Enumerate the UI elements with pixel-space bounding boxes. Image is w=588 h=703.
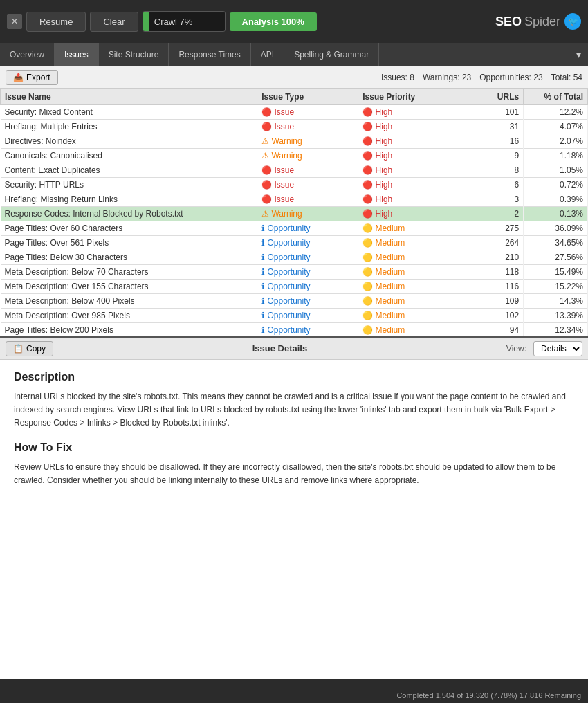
table-row[interactable]: Hreflang: Multiple Entries🔴 Issue🔴 High3… — [1, 120, 588, 134]
cell-pct: 1.18% — [524, 149, 588, 163]
cell-issue-type: ⚠ Warning — [257, 207, 358, 221]
cell-issue-name: Security: HTTP URLs — [1, 178, 257, 192]
table-row[interactable]: Directives: Noindex⚠ Warning🔴 High162.07… — [1, 134, 588, 149]
cell-issue-priority: 🟡 Medium — [358, 309, 459, 323]
tabs-dropdown[interactable]: ▾ — [569, 49, 588, 60]
table-row[interactable]: Response Codes: Internal Blocked by Robo… — [1, 207, 588, 221]
cell-issue-name: Content: Exact Duplicates — [1, 163, 257, 178]
cell-pct: 1.05% — [524, 163, 588, 178]
view-select[interactable]: Details — [533, 341, 582, 356]
table-row[interactable]: Page Titles: Over 60 Charactersℹ Opportu… — [1, 221, 588, 236]
cell-urls: 264 — [459, 236, 524, 250]
cell-issue-priority: 🔴 High — [358, 192, 459, 207]
cell-urls: 118 — [459, 265, 524, 280]
bottom-toolbar: 📋 Copy Issue Details View: Details — [0, 338, 588, 360]
cell-issue-name: Meta Description: Below 400 Pixels — [1, 294, 257, 309]
col-header-priority: Issue Priority — [358, 89, 459, 105]
cell-issue-priority: 🟡 Medium — [358, 221, 459, 236]
table-header-row: Issue Name Issue Type Issue Priority URL… — [1, 89, 588, 105]
cell-issue-name: Page Titles: Over 561 Pixels — [1, 236, 257, 250]
table-row[interactable]: Content: Exact Duplicates🔴 Issue🔴 High81… — [1, 163, 588, 178]
cell-issue-type: ℹ Opportunity — [257, 294, 358, 309]
logo-seo: SEO — [495, 15, 522, 29]
table-row[interactable]: Page Titles: Below 200 Pixelsℹ Opportuni… — [1, 323, 588, 338]
logo: SEO Spider — [495, 15, 560, 29]
cell-issue-type: 🔴 Issue — [257, 163, 358, 178]
copy-icon: 📋 — [13, 344, 24, 354]
cell-issue-name: Meta Description: Over 155 Characters — [1, 280, 257, 294]
analysis-button[interactable]: Analysis 100% — [230, 12, 317, 31]
col-header-urls: URLs — [459, 89, 524, 105]
resume-button[interactable]: Resume — [26, 12, 86, 32]
cell-issue-type: ℹ Opportunity — [257, 309, 358, 323]
table-row[interactable]: Meta Description: Below 400 Pixelsℹ Oppo… — [1, 294, 588, 309]
cell-issue-name: Directives: Noindex — [1, 134, 257, 149]
cell-urls: 102 — [459, 309, 524, 323]
cell-issue-name: Page Titles: Over 60 Characters — [1, 221, 257, 236]
cell-issue-type: ⚠ Warning — [257, 134, 358, 149]
cell-urls: 210 — [459, 250, 524, 265]
table-row[interactable]: Canonicals: Canonicalised⚠ Warning🔴 High… — [1, 149, 588, 163]
cell-issue-priority: 🔴 High — [358, 134, 459, 149]
close-button[interactable]: ✕ — [7, 14, 22, 29]
cell-urls: 116 — [459, 280, 524, 294]
cell-urls: 31 — [459, 120, 524, 134]
cell-pct: 2.07% — [524, 134, 588, 149]
tab-api[interactable]: API — [251, 43, 284, 66]
cell-issue-name: Page Titles: Below 30 Characters — [1, 250, 257, 265]
crawl-progress-fill — [143, 12, 149, 31]
cell-urls: 8 — [459, 163, 524, 178]
cell-issue-type: 🔴 Issue — [257, 178, 358, 192]
table-row[interactable]: Meta Description: Over 985 Pixelsℹ Oppor… — [1, 309, 588, 323]
tab-issues[interactable]: Issues — [55, 43, 99, 66]
tab-site-structure[interactable]: Site Structure — [99, 43, 169, 66]
issue-details-title: Issue Details — [60, 343, 499, 354]
description-heading: Description — [14, 371, 574, 383]
view-label: View: — [506, 344, 526, 354]
table-row[interactable]: Page Titles: Below 30 Charactersℹ Opport… — [1, 250, 588, 265]
cell-issue-type: ⚠ Warning — [257, 149, 358, 163]
cell-pct: 12.34% — [524, 323, 588, 338]
how-to-fix-text: Review URLs to ensure they should be dis… — [14, 461, 574, 487]
cell-issue-type: 🔴 Issue — [257, 105, 358, 120]
clear-button[interactable]: Clear — [90, 12, 138, 32]
table-row[interactable]: Hreflang: Missing Return Links🔴 Issue🔴 H… — [1, 192, 588, 207]
cell-issue-type: ℹ Opportunity — [257, 265, 358, 280]
cell-issue-priority: 🟡 Medium — [358, 280, 459, 294]
cell-pct: 12.2% — [524, 105, 588, 120]
issues-table: Issue Name Issue Type Issue Priority URL… — [0, 89, 588, 338]
how-to-fix-heading: How To Fix — [14, 441, 574, 454]
table-row[interactable]: Meta Description: Below 70 Charactersℹ O… — [1, 265, 588, 280]
table-row[interactable]: Meta Description: Over 155 Charactersℹ O… — [1, 280, 588, 294]
tab-overview[interactable]: Overview — [0, 43, 55, 66]
cell-issue-priority: 🔴 High — [358, 105, 459, 120]
top-bar-right: SEO Spider 🐦 — [495, 13, 581, 30]
cell-issue-priority: 🔴 High — [358, 207, 459, 221]
cell-issue-priority: 🟡 Medium — [358, 323, 459, 338]
export-button[interactable]: 📤 Export — [6, 70, 58, 85]
table-body: Security: Mixed Content🔴 Issue🔴 High1011… — [1, 105, 588, 338]
status-bar: Completed 1,504 of 19,320 (7.78%) 17,816… — [0, 688, 588, 703]
crawl-progress-bar: Crawl 7% — [143, 11, 226, 32]
table-row[interactable]: Security: HTTP URLs🔴 Issue🔴 High60.72% — [1, 178, 588, 192]
table-row[interactable]: Page Titles: Over 561 Pixelsℹ Opportunit… — [1, 236, 588, 250]
copy-button[interactable]: 📋 Copy — [6, 341, 53, 356]
cell-issue-name: Page Titles: Below 200 Pixels — [1, 323, 257, 338]
cell-issue-name: Meta Description: Over 985 Pixels — [1, 309, 257, 323]
tab-spelling-grammar[interactable]: Spelling & Grammar — [284, 43, 379, 66]
cell-pct: 14.3% — [524, 294, 588, 309]
opportunities-count: Opportunities: 23 — [479, 73, 542, 82]
cell-issue-type: 🔴 Issue — [257, 120, 358, 134]
issues-table-container[interactable]: Issue Name Issue Type Issue Priority URL… — [0, 89, 588, 338]
cell-issue-priority: 🟡 Medium — [358, 294, 459, 309]
export-icon: 📤 — [13, 73, 24, 82]
cell-issue-name: Meta Description: Below 70 Characters — [1, 265, 257, 280]
table-row[interactable]: Security: Mixed Content🔴 Issue🔴 High1011… — [1, 105, 588, 120]
tab-response-times[interactable]: Response Times — [169, 43, 250, 66]
logo-spider: Spider — [524, 15, 560, 29]
twitter-icon[interactable]: 🐦 — [564, 13, 581, 30]
col-header-type: Issue Type — [257, 89, 358, 105]
issue-description-panel: Description Internal URLs blocked by the… — [0, 360, 588, 498]
description-text: Internal URLs blocked by the site's robo… — [14, 390, 574, 430]
cell-pct: 15.22% — [524, 280, 588, 294]
